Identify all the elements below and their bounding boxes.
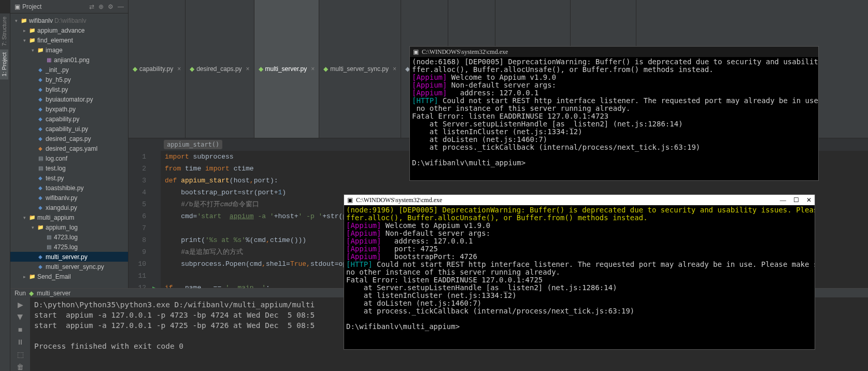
- maximize-button[interactable]: ☐: [793, 196, 799, 204]
- cmd-icon: ▣: [347, 196, 353, 204]
- close-icon[interactable]: ×: [246, 65, 250, 73]
- tree-item-byuiautomator-py[interactable]: ◆byuiautomator.py: [10, 94, 128, 104]
- tree-item-byxpath-py[interactable]: ◆byxpath.py: [10, 104, 128, 114]
- tree-label: byuiautomator.py: [46, 96, 93, 103]
- gear-icon[interactable]: ⚙: [108, 3, 113, 10]
- file-icon: ▤: [45, 244, 52, 251]
- py-icon: ◆: [37, 194, 44, 202]
- close-button[interactable]: ✕: [806, 196, 812, 204]
- tree-item-multi_appium[interactable]: ▾📁multi_appium: [10, 212, 128, 222]
- stop-button[interactable]: ■: [18, 325, 22, 334]
- tree-label: by_h5.py: [46, 76, 71, 83]
- tree-path: D:\wifibanlv: [54, 17, 86, 24]
- up-button[interactable]: ⬚: [17, 350, 24, 359]
- tab-multi_server_sync-py[interactable]: ◆multi_server_sync.py×: [319, 0, 401, 138]
- file-icon: ◆: [133, 65, 137, 73]
- close-icon[interactable]: ×: [393, 65, 396, 73]
- tree-item-capability_ui-py[interactable]: ◆capability_ui.py: [10, 124, 128, 134]
- close-icon[interactable]: ×: [311, 65, 315, 73]
- tree-label: toastshibie.py: [46, 184, 83, 192]
- file-icon: ▤: [37, 155, 44, 162]
- cmd-window-1[interactable]: ▣ C:\WINDOWS\system32\cmd.exe (node:6168…: [409, 46, 819, 181]
- tree-item-desired_caps-py[interactable]: ◆desired_caps.py: [10, 134, 128, 144]
- tree-item-bylist-py[interactable]: ◆bylist.py: [10, 84, 128, 94]
- tree-label: multi_server.py: [46, 253, 88, 261]
- expand-icon[interactable]: ▸: [22, 274, 27, 279]
- tree-item-test-py[interactable]: ◆test.py: [10, 173, 128, 183]
- rerun-button[interactable]: ▶: [18, 301, 23, 309]
- cmd1-output[interactable]: (node:6168) [DEP0005] DeprecationWarning…: [410, 57, 818, 168]
- tab-multi_server-py[interactable]: ◆multi_server.py×: [254, 0, 320, 138]
- py-icon: ◆: [37, 96, 44, 103]
- tree-item-by_h5-py[interactable]: ◆by_h5.py: [10, 75, 128, 84]
- tree-label: appium_advance: [37, 27, 84, 34]
- py-icon: ◆: [37, 135, 44, 142]
- tree-item-multi_server_sync-py[interactable]: ◆multi_server_sync.py: [10, 262, 128, 272]
- hide-icon[interactable]: —: [118, 3, 124, 10]
- structure-tool[interactable]: 7: Structure: [0, 13, 8, 49]
- dir-icon: 📁: [37, 47, 44, 54]
- cmd1-titlebar[interactable]: ▣ C:\WINDOWS\system32\cmd.exe: [410, 47, 818, 57]
- tree-label: test.log: [46, 165, 66, 172]
- tree-label: 4725.log: [54, 244, 78, 251]
- tree-label: wifibanlv.py: [46, 194, 77, 202]
- tree-item-log-conf[interactable]: ▤log.conf: [10, 153, 128, 163]
- tree-item-image[interactable]: ▾📁image: [10, 45, 128, 55]
- tree-item-wifibanlv-py[interactable]: ◆wifibanlv.py: [10, 193, 128, 203]
- run-tab-label: Run: [15, 290, 26, 297]
- py-icon: ◆: [37, 66, 44, 74]
- tree-label: wifibanlv: [29, 17, 53, 24]
- tree-item-test-log[interactable]: ▤test.log: [10, 163, 128, 173]
- py-icon: ◆: [37, 175, 44, 182]
- tree-item-appium_log[interactable]: ▾📁appium_log: [10, 222, 128, 232]
- tree-label: capability.py: [46, 116, 79, 123]
- tree-label: multi_appium: [37, 214, 74, 221]
- tree-item-capability-py[interactable]: ◆capability.py: [10, 114, 128, 124]
- cmd2-titlebar[interactable]: ▣ C:\WINDOWS\system32\cmd.exe — ☐ ✕: [344, 195, 815, 205]
- file-tree[interactable]: ▾📁wifibanlv D:\wifibanlv▸📁appium_advance…: [10, 13, 128, 288]
- tab-capability-py[interactable]: ◆capability.py×: [129, 0, 186, 138]
- expand-icon[interactable]: ▾: [30, 48, 35, 53]
- tree-label: _init_.py: [46, 66, 69, 74]
- tree-item-find_element[interactable]: ▾📁find_element: [10, 35, 128, 45]
- target-icon[interactable]: ⊕: [98, 3, 104, 10]
- run-button[interactable]: ▶: [16, 315, 24, 320]
- expand-icon[interactable]: ▾: [30, 225, 35, 230]
- expand-icon[interactable]: ▾: [13, 18, 19, 23]
- expand-icon[interactable]: ▾: [22, 215, 27, 220]
- left-tool-strip: 7: Structure 1: Project: [0, 13, 10, 371]
- minimize-button[interactable]: —: [780, 196, 786, 204]
- line-gutter: 1234567891011121314151617: [129, 151, 150, 289]
- python-icon: ◆: [29, 290, 34, 297]
- trash-button[interactable]: 🗑: [17, 363, 24, 371]
- tree-item-4725-log[interactable]: ▤4725.log: [10, 242, 128, 252]
- tree-item-anjian01-png[interactable]: ▦anjian01.png: [10, 55, 128, 65]
- close-icon[interactable]: ×: [177, 65, 181, 73]
- tree-item-multi_server-py[interactable]: ◆multi_server.py: [10, 252, 128, 262]
- project-tool[interactable]: 1: Project: [0, 49, 8, 79]
- tree-item-toastshibie-py[interactable]: ◆toastshibie.py: [10, 183, 128, 193]
- expand-icon[interactable]: ▸: [22, 28, 27, 33]
- pause-button[interactable]: ⏸: [17, 338, 24, 346]
- cmd2-title: C:\WINDOWS\system32\cmd.exe: [356, 196, 442, 204]
- tab-desired_caps-py[interactable]: ◆desired_caps.py×: [186, 0, 254, 138]
- tree-item-appium_advance[interactable]: ▸📁appium_advance: [10, 25, 128, 35]
- tree-item-desired_caps-yaml[interactable]: ◆desired_caps.yaml: [10, 144, 128, 153]
- cmd2-output[interactable]: (node:9196) [DEP0005] DeprecationWarning…: [344, 205, 815, 332]
- py-icon: ◆: [37, 125, 44, 133]
- tree-item-_init_-py[interactable]: ◆_init_.py: [10, 65, 128, 75]
- tree-item-xiangdui-py[interactable]: ◆xiangdui.py: [10, 203, 128, 212]
- expand-icon[interactable]: ▾: [22, 38, 27, 43]
- run-toolbar: ▶ ▶ ■ ⏸ ⬚ 🗑: [10, 297, 30, 371]
- yaml-icon: ◆: [37, 145, 44, 152]
- tab-label: desired_caps.py: [196, 65, 241, 73]
- file-icon: ◆: [323, 65, 328, 73]
- tree-item-4723-log[interactable]: ▤4723.log: [10, 232, 128, 242]
- tree-label: test.py: [46, 175, 64, 182]
- tab-label: multi_server_sync.py: [330, 65, 389, 73]
- tree-label: image: [46, 47, 63, 54]
- collapse-icon[interactable]: ⇄: [89, 3, 94, 10]
- tree-item-Send_Email[interactable]: ▸📁Send_Email: [10, 272, 128, 281]
- tree-item-wifibanlv[interactable]: ▾📁wifibanlv D:\wifibanlv: [10, 16, 128, 25]
- cmd-window-2[interactable]: ▣ C:\WINDOWS\system32\cmd.exe — ☐ ✕ (nod…: [344, 194, 815, 350]
